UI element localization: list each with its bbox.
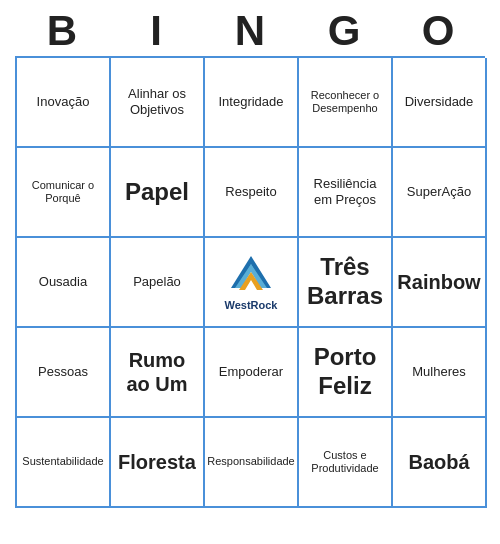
cell-2-2-westrock[interactable]: WestRock xyxy=(205,238,299,328)
cell-0-0[interactable]: Inovação xyxy=(17,58,111,148)
cell-0-3[interactable]: Reconhecer o Desempenho xyxy=(299,58,393,148)
cell-0-1[interactable]: Alinhar os Objetivos xyxy=(111,58,205,148)
header-letter-g: G xyxy=(297,10,391,52)
cell-2-3[interactable]: Três Barras xyxy=(299,238,393,328)
cell-2-4[interactable]: Rainbow xyxy=(393,238,487,328)
cell-1-3[interactable]: Resiliência em Preços xyxy=(299,148,393,238)
cell-4-4[interactable]: Baobá xyxy=(393,418,487,508)
cell-3-2[interactable]: Empoderar xyxy=(205,328,299,418)
cell-1-1[interactable]: Papel xyxy=(111,148,205,238)
cell-4-3[interactable]: Custos e Produtividade xyxy=(299,418,393,508)
bingo-grid: Inovação Alinhar os Objetivos Integridad… xyxy=(15,56,485,508)
header-letter-o: O xyxy=(391,10,485,52)
cell-3-3[interactable]: Porto Feliz xyxy=(299,328,393,418)
westrock-label: WestRock xyxy=(225,299,278,312)
cell-4-1[interactable]: Floresta xyxy=(111,418,205,508)
cell-2-1[interactable]: Papelão xyxy=(111,238,205,328)
cell-0-2[interactable]: Integridade xyxy=(205,58,299,148)
cell-4-2[interactable]: Responsabilidade xyxy=(205,418,299,508)
header-letter-n: N xyxy=(203,10,297,52)
cell-3-1[interactable]: Rumo ao Um xyxy=(111,328,205,418)
cell-2-0[interactable]: Ousadia xyxy=(17,238,111,328)
cell-0-4[interactable]: Diversidade xyxy=(393,58,487,148)
cell-4-0[interactable]: Sustentabilidade xyxy=(17,418,111,508)
cell-1-0[interactable]: Comunicar o Porquê xyxy=(17,148,111,238)
header-letter-i: I xyxy=(109,10,203,52)
header-letter-b: B xyxy=(15,10,109,52)
cell-1-2[interactable]: Respeito xyxy=(205,148,299,238)
cell-3-0[interactable]: Pessoas xyxy=(17,328,111,418)
bingo-header: B I N G O xyxy=(15,10,485,52)
westrock-icon xyxy=(221,252,281,297)
cell-1-4[interactable]: SuperAção xyxy=(393,148,487,238)
cell-3-4[interactable]: Mulheres xyxy=(393,328,487,418)
